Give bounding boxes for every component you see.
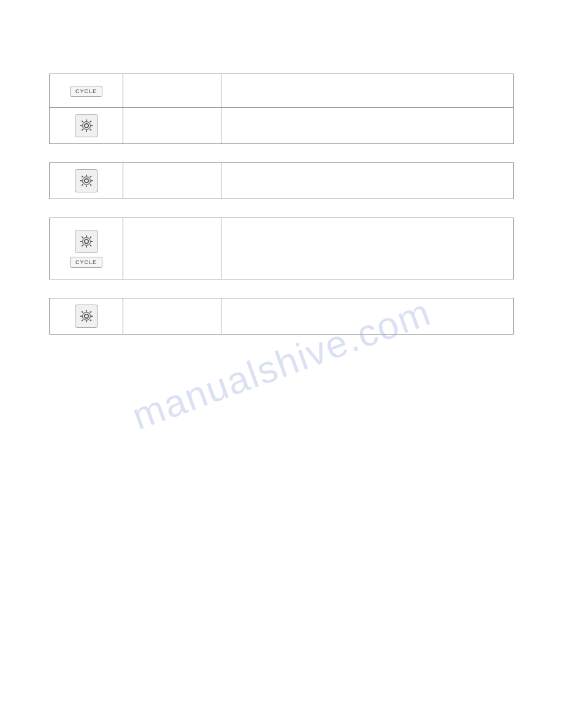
cell-description-4 bbox=[221, 218, 514, 279]
table-section-2 bbox=[49, 162, 514, 199]
cell-icon-dual: CYCLE bbox=[50, 218, 123, 279]
gear-button-3[interactable] bbox=[75, 230, 98, 253]
table-section-3: CYCLE bbox=[49, 218, 514, 279]
cycle-button-2[interactable]: CYCLE bbox=[70, 257, 102, 268]
svg-point-6 bbox=[84, 314, 88, 318]
cell-middle-2 bbox=[123, 108, 221, 144]
cell-description-2 bbox=[221, 108, 514, 144]
table-2 bbox=[49, 162, 514, 199]
svg-point-5 bbox=[82, 237, 90, 245]
cycle-button[interactable]: CYCLE bbox=[70, 86, 102, 97]
svg-point-2 bbox=[84, 179, 88, 183]
cell-description-5 bbox=[221, 298, 514, 335]
svg-point-0 bbox=[84, 124, 88, 127]
cell-icon-gear bbox=[50, 108, 123, 144]
table-section-1: CYCLE bbox=[49, 74, 514, 144]
cell-icon-cycle: CYCLE bbox=[50, 74, 123, 108]
svg-point-7 bbox=[82, 313, 90, 320]
dual-icon-container: CYCLE bbox=[56, 230, 117, 268]
gear-button-2[interactable] bbox=[75, 169, 98, 192]
table-section-4 bbox=[49, 298, 514, 335]
cell-middle-3 bbox=[123, 163, 221, 199]
gear-icon-3 bbox=[79, 234, 94, 249]
table-1: CYCLE bbox=[49, 74, 514, 144]
table-row bbox=[50, 163, 514, 199]
cell-middle-4 bbox=[123, 218, 221, 279]
table-row: CYCLE bbox=[50, 218, 514, 279]
gear-button[interactable] bbox=[75, 114, 98, 137]
gear-button-4[interactable] bbox=[75, 305, 98, 328]
table-3: CYCLE bbox=[49, 218, 514, 279]
table-4 bbox=[49, 298, 514, 335]
gear-icon-2 bbox=[79, 173, 94, 188]
cell-icon-gear-2 bbox=[50, 163, 123, 199]
svg-point-1 bbox=[82, 122, 90, 130]
cell-icon-gear-4 bbox=[50, 298, 123, 335]
table-row: CYCLE bbox=[50, 74, 514, 108]
cell-middle-5 bbox=[123, 298, 221, 335]
gear-icon-4 bbox=[79, 309, 94, 324]
page-container: CYCLE bbox=[0, 0, 563, 728]
table-row bbox=[50, 108, 514, 144]
cell-middle-1 bbox=[123, 74, 221, 108]
svg-point-4 bbox=[84, 239, 88, 243]
cell-description-1 bbox=[221, 74, 514, 108]
svg-point-3 bbox=[82, 177, 90, 185]
gear-icon bbox=[79, 118, 94, 133]
cell-description-3 bbox=[221, 163, 514, 199]
table-row bbox=[50, 298, 514, 335]
